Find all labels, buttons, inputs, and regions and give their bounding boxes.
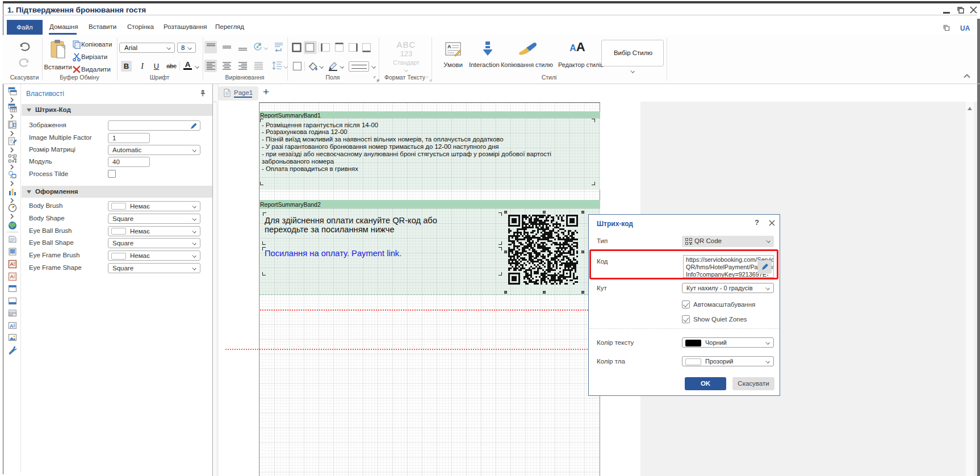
svg-text:A: A [10,274,14,279]
svg-text:A: A [10,261,14,267]
svg-text:A: A [447,44,451,49]
svg-text:A: A [10,323,14,329]
